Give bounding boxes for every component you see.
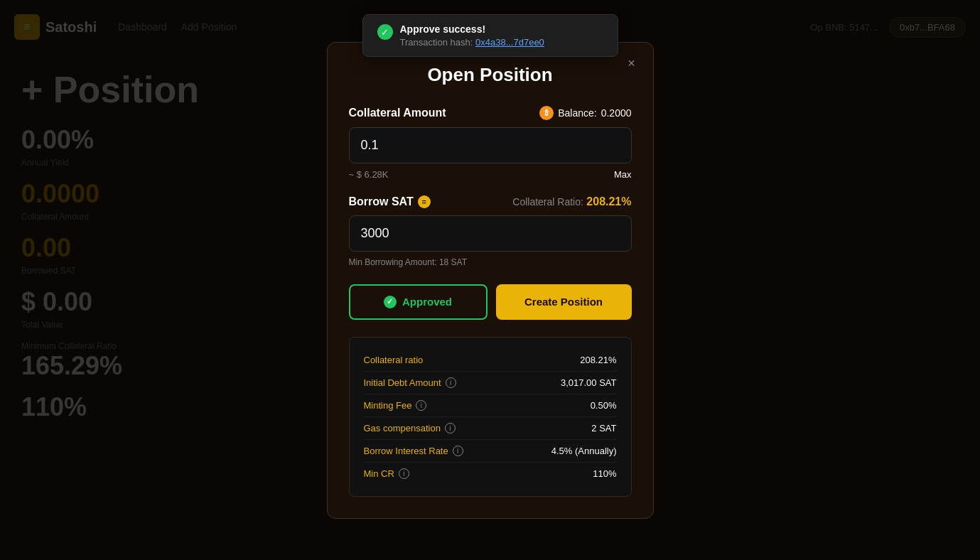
collateral-usd-hint: ~ $ 6.28K <box>349 169 389 180</box>
info-key-collateral-ratio: Collateral ratio <box>364 355 424 365</box>
approved-button[interactable]: ✓ Approved <box>349 284 488 320</box>
info-row-min-cr: Min CR i 110% <box>364 463 617 485</box>
info-icon-min-cr: i <box>399 468 409 479</box>
collateral-section-label: Collateral Amount <box>349 107 446 119</box>
collateral-label-row: Collateral Amount ₿ Balance: 0.2000 <box>349 106 632 120</box>
collateral-ratio-label: Collateral Ratio: <box>512 196 583 208</box>
action-buttons-row: ✓ Approved Create Position <box>349 284 632 320</box>
info-value-min-cr: 110% <box>593 468 616 479</box>
modal-title: Open Position <box>349 64 632 86</box>
info-key-minting-fee: Minting Fee i <box>364 400 427 411</box>
collateral-ratio-row: Collateral Ratio: 208.21% <box>512 195 631 208</box>
open-position-modal: × Open Position Collateral Amount ₿ Bala… <box>327 42 654 519</box>
info-icon-borrow-rate: i <box>453 446 463 456</box>
collateral-input[interactable] <box>361 138 620 153</box>
balance-value: 0.2000 <box>601 107 632 119</box>
info-key-gas: Gas compensation i <box>364 423 456 434</box>
info-row-initial-debt: Initial Debt Amount i 3,017.00 SAT <box>364 372 617 394</box>
info-row-collateral-ratio: Collateral ratio 208.21% <box>364 349 617 372</box>
info-value-minting-fee: 0.50% <box>591 400 617 411</box>
info-row-borrow-rate: Borrow Interest Rate i 4.5% (Annually) <box>364 440 617 463</box>
toast-text-area: Approve success! Transaction hash: 0x4a3… <box>400 23 544 48</box>
balance-badge: ₿ Balance: 0.2000 <box>539 106 631 120</box>
borrow-input[interactable] <box>361 226 620 241</box>
warn-icon: = <box>418 195 431 208</box>
modal-close-button[interactable]: × <box>622 54 642 74</box>
info-table: Collateral ratio 208.21% Initial Debt Am… <box>349 337 632 497</box>
info-icon-minting-fee: i <box>416 400 426 411</box>
btc-icon: ₿ <box>539 106 554 120</box>
toast-title: Approve success! <box>400 23 544 35</box>
info-icon-gas: i <box>445 423 456 434</box>
toast-check-icon: ✓ <box>377 24 393 40</box>
borrow-section-label: Borrow SAT <box>349 195 414 208</box>
info-key-borrow-rate: Borrow Interest Rate i <box>364 446 463 456</box>
info-icon-initial-debt: i <box>446 377 456 388</box>
balance-label: Balance: <box>558 107 596 119</box>
toast-notification: ✓ Approve success! Transaction hash: 0x4… <box>362 14 618 57</box>
approved-check-icon: ✓ <box>384 296 397 308</box>
approved-label: Approved <box>402 296 452 308</box>
toast-hash-link[interactable]: 0x4a38...7d7ee0 <box>475 37 544 48</box>
create-position-button[interactable]: Create Position <box>496 284 632 320</box>
modal-backdrop: × Open Position Collateral Amount ₿ Bala… <box>0 0 980 560</box>
info-row-minting-fee: Minting Fee i 0.50% <box>364 394 617 417</box>
info-value-gas: 2 SAT <box>591 423 616 434</box>
info-row-gas: Gas compensation i 2 SAT <box>364 417 617 440</box>
min-borrow-hint: Min Borrowing Amount: 18 SAT <box>349 257 632 267</box>
info-key-min-cr: Min CR i <box>364 468 409 479</box>
borrow-label-row: Borrow SAT = Collateral Ratio: 208.21% <box>349 195 632 208</box>
collateral-hint-row: ~ $ 6.28K Max <box>349 169 632 180</box>
toast-hash-row: Transaction hash: 0x4a38...7d7ee0 <box>400 37 544 48</box>
collateral-input-box[interactable] <box>349 127 632 163</box>
borrow-input-box[interactable] <box>349 215 632 252</box>
info-key-initial-debt: Initial Debt Amount i <box>364 377 456 388</box>
info-value-borrow-rate: 4.5% (Annually) <box>551 446 617 456</box>
collateral-ratio-value: 208.21% <box>586 195 631 208</box>
info-value-initial-debt: 3,017.00 SAT <box>561 377 617 388</box>
max-button[interactable]: Max <box>614 169 632 180</box>
borrow-label-inner: Borrow SAT = <box>349 195 431 208</box>
info-value-collateral-ratio: 208.21% <box>580 355 616 365</box>
